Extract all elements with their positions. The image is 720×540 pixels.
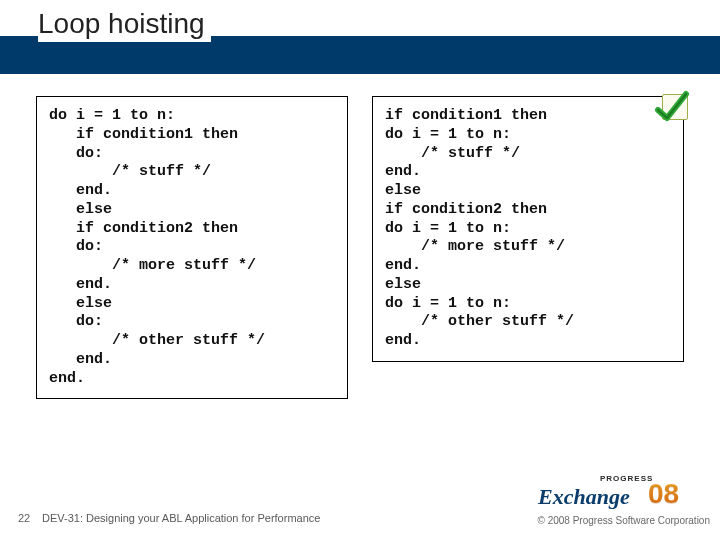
logo-progress: PROGRESS <box>600 474 653 483</box>
logo-exchange: Exchange <box>538 484 630 510</box>
logo-year: 08 <box>648 478 679 510</box>
title-bar: Loop hoisting <box>0 0 720 68</box>
page-number: 22 <box>18 512 30 524</box>
slide-title: Loop hoisting <box>38 8 211 42</box>
code-after-wrapper: if condition1 then do i = 1 to n: /* stu… <box>372 96 684 362</box>
exchange-logo: PROGRESS Exchange 08 <box>538 478 688 512</box>
footer-title: DEV-31: Designing your ABL Application f… <box>42 512 320 524</box>
code-after: if condition1 then do i = 1 to n: /* stu… <box>372 96 684 362</box>
content-area: do i = 1 to n: if condition1 then do: /*… <box>36 96 684 399</box>
footer: PROGRESS Exchange 08 22 DEV-31: Designin… <box>0 484 720 530</box>
code-before: do i = 1 to n: if condition1 then do: /*… <box>36 96 348 399</box>
copyright: © 2008 Progress Software Corporation <box>538 515 710 526</box>
checkmark-icon <box>650 88 690 128</box>
